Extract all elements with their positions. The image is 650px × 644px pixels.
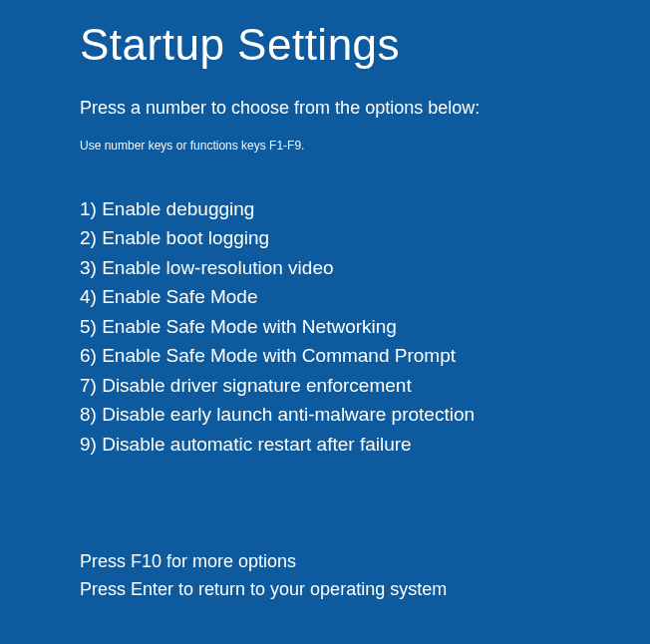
footer-more-options[interactable]: Press F10 for more options: [80, 548, 570, 576]
option-enable-safe-mode-command-prompt[interactable]: 6) Enable Safe Mode with Command Prompt: [80, 341, 570, 370]
option-disable-automatic-restart[interactable]: 9) Disable automatic restart after failu…: [80, 430, 570, 459]
page-title: Startup Settings: [80, 20, 570, 70]
startup-settings-screen: Startup Settings Press a number to choos…: [0, 0, 650, 604]
footer: Press F10 for more options Press Enter t…: [80, 548, 570, 604]
options-list: 1) Enable debugging 2) Enable boot loggi…: [80, 194, 570, 459]
option-enable-debugging[interactable]: 1) Enable debugging: [80, 194, 570, 223]
option-enable-safe-mode[interactable]: 4) Enable Safe Mode: [80, 282, 570, 311]
hint-text: Use number keys or functions keys F1-F9.: [80, 139, 570, 153]
footer-return[interactable]: Press Enter to return to your operating …: [80, 576, 570, 604]
option-enable-safe-mode-networking[interactable]: 5) Enable Safe Mode with Networking: [80, 312, 570, 341]
option-disable-driver-signature-enforcement[interactable]: 7) Disable driver signature enforcement: [80, 371, 570, 400]
option-enable-boot-logging[interactable]: 2) Enable boot logging: [80, 223, 570, 252]
option-enable-low-resolution-video[interactable]: 3) Enable low-resolution video: [80, 253, 570, 282]
option-disable-early-launch-anti-malware[interactable]: 8) Disable early launch anti-malware pro…: [80, 400, 570, 429]
subtitle-text: Press a number to choose from the option…: [80, 98, 570, 119]
